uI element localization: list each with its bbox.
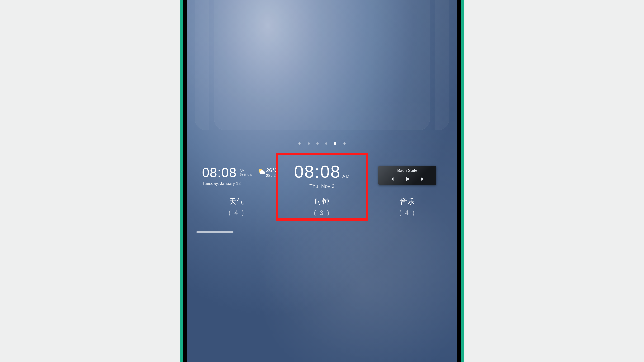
home-preview-neighbor-right[interactable]	[435, 0, 449, 130]
music-widget-preview: Bach Suite	[366, 157, 449, 194]
weather-temp-range: 28 / 21	[266, 173, 278, 178]
widget-picker-scroll-thumb[interactable]	[196, 231, 234, 233]
widget-label-music: 音乐	[400, 197, 415, 206]
clock-ampm: AM	[342, 174, 350, 179]
weather-ampm: AM	[240, 169, 252, 172]
widget-label-weather: 天气	[229, 197, 244, 206]
clock-time: 08:08	[294, 162, 341, 182]
weather-condition-icon: 26°C 28 / 21	[257, 167, 278, 178]
widget-picker-row: 08:08 AM Beijing ⌂	[187, 157, 457, 216]
add-page-icon[interactable]: +	[343, 141, 346, 146]
widget-item-weather[interactable]: 08:08 AM Beijing ⌂	[195, 157, 278, 216]
phone-bezel: + 31十九1二十2廿一3立春4北方…5廿四6廿五 ++	[183, 0, 461, 362]
weather-date: Tuesday, January 12	[202, 181, 241, 186]
home-icon: ⌂	[250, 172, 252, 176]
weather-temp: 26°C	[266, 167, 278, 173]
page-dot[interactable]	[308, 142, 310, 145]
home-screen-preview[interactable]: + 31十九1二十2廿一3立春4北方…5廿四6廿五	[214, 0, 430, 130]
page-dot[interactable]	[325, 142, 327, 145]
widget-count-music: ( 4 )	[399, 209, 416, 216]
page-dot[interactable]	[316, 142, 318, 145]
widget-item-clock[interactable]: 08:08 AM Thu, Nov 3 时钟 ( 3 )	[280, 157, 364, 216]
phone-screen: + 31十九1二十2廿一3立春4北方…5廿四6廿五 ++	[187, 0, 457, 362]
weather-widget-preview: 08:08 AM Beijing ⌂	[195, 157, 278, 194]
widget-count-clock: ( 3 )	[314, 209, 330, 216]
clock-date: Thu, Nov 3	[310, 183, 335, 189]
home-preview-neighbor-left[interactable]	[195, 0, 209, 130]
widget-item-music[interactable]: Bach Suite	[366, 157, 449, 216]
widget-label-clock: 时钟	[314, 197, 330, 206]
music-track-title: Bach Suite	[397, 168, 418, 173]
weather-time: 08:08	[202, 165, 237, 180]
page-indicator: ++	[187, 141, 457, 146]
play-icon[interactable]	[404, 176, 410, 183]
next-track-icon[interactable]	[420, 176, 426, 183]
weather-city: Beijing	[240, 172, 249, 176]
previous-track-icon[interactable]	[389, 176, 394, 183]
phone-frame: + 31十九1二十2廿一3立春4北方…5廿四6廿五 ++	[180, 0, 464, 362]
clock-widget-preview: 08:08 AM Thu, Nov 3	[280, 157, 364, 194]
widget-count-weather: ( 4 )	[228, 209, 245, 216]
page-dot[interactable]	[334, 142, 336, 145]
add-page-icon[interactable]: +	[298, 141, 301, 146]
